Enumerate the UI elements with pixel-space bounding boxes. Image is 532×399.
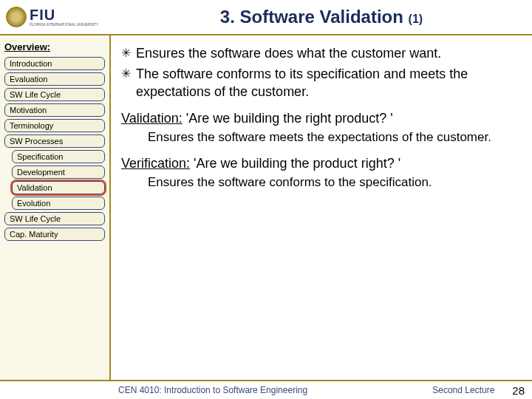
page-title: 3. Software Validation (1) <box>111 7 532 27</box>
section-heading: Verification: 'Are we building the produ… <box>121 156 520 171</box>
section-heading: Validation: 'Are we building the right p… <box>121 111 520 126</box>
bullet-text: Ensures the software does what the custo… <box>136 44 441 62</box>
footer-page-number: 28 <box>512 384 525 397</box>
bullet-row: ✳The software conforms to its specificat… <box>121 65 520 100</box>
section-body: Ensures the software conforms to the spe… <box>148 174 520 191</box>
sidebar-item-sw-processes[interactable]: SW Processes <box>4 134 105 148</box>
section-term: Validation: <box>121 111 183 126</box>
sidebar: Overview: IntroductionEvaluationSW Life … <box>0 35 111 380</box>
sidebar-item-cap-maturity[interactable]: Cap. Maturity <box>4 228 105 241</box>
sidebar-item-evolution[interactable]: Evolution <box>12 197 105 210</box>
sidebar-item-validation[interactable]: Validation <box>12 181 105 194</box>
bullet-row: ✳Ensures the software does what the cust… <box>121 44 520 62</box>
sidebar-item-terminology[interactable]: Terminology <box>4 119 105 132</box>
content: ✳Ensures the software does what the cust… <box>111 35 532 380</box>
sidebar-item-sw-life-cycle[interactable]: SW Life Cycle <box>4 88 105 101</box>
bullet-text: The software conforms to its specificati… <box>136 65 520 100</box>
logo: FIU FLORIDA INTERNATIONAL UNIVERSITY <box>0 0 111 35</box>
title-sub: (1) <box>409 13 423 25</box>
sidebar-item-specification[interactable]: Specification <box>12 150 105 163</box>
footer-course: CEN 4010: Introduction to Software Engin… <box>7 385 432 395</box>
sidebar-item-evaluation[interactable]: Evaluation <box>4 72 105 86</box>
logo-seal-icon <box>6 7 27 27</box>
sidebar-item-introduction[interactable]: Introduction <box>4 57 105 70</box>
section-quote: 'Are we building the product right? ' <box>190 156 400 171</box>
sidebar-item-sw-life-cycle[interactable]: SW Life Cycle <box>4 212 105 225</box>
bullet-icon: ✳ <box>121 44 136 62</box>
title-main: 3. Software Validation <box>220 7 403 27</box>
footer: CEN 4010: Introduction to Software Engin… <box>0 380 532 399</box>
bullet-icon: ✳ <box>121 65 136 83</box>
logo-text: FIU <box>30 7 99 22</box>
section-body: Ensures the software meets the expectati… <box>148 129 520 146</box>
section-term: Verification: <box>121 156 190 171</box>
sidebar-heading: Overview: <box>4 41 105 52</box>
footer-lecture: Second Lecture <box>432 385 494 395</box>
sidebar-item-development[interactable]: Development <box>12 166 105 179</box>
logo-subtext: FLORIDA INTERNATIONAL UNIVERSITY <box>30 22 99 27</box>
sidebar-item-motivation[interactable]: Motivation <box>4 103 105 117</box>
section-quote: 'Are we building the right product? ' <box>183 111 393 126</box>
